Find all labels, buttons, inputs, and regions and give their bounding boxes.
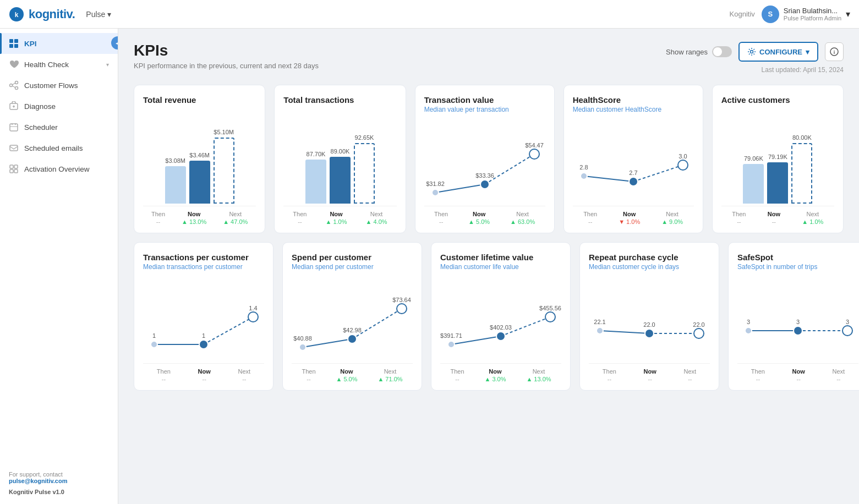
grid-icon: [9, 39, 19, 48]
kpi-chart-active-customers: 79.06K 79.19K 80.00K: [721, 106, 834, 206]
kpi-title-customer-lifetime-value: Customer lifetime value: [440, 253, 561, 262]
support-text: For support, contact: [9, 471, 63, 478]
svg-point-6: [10, 84, 13, 87]
kpi-card-safespot: SafeSpot SafeSpot in number of trips 333…: [728, 242, 859, 391]
svg-text:22.0: 22.0: [643, 321, 655, 328]
kpi-title-transaction-value: Transaction value: [424, 95, 545, 105]
sidebar-item-customer-flows[interactable]: Customer Flows: [0, 75, 118, 96]
svg-point-7: [15, 81, 18, 84]
org-label: Kognitiv: [730, 10, 755, 18]
svg-point-55: [545, 312, 555, 322]
kpi-chart-transactions-per-customer: 111.4: [143, 275, 264, 363]
svg-point-33: [581, 173, 587, 179]
svg-point-39: [151, 341, 157, 348]
svg-text:1.4: 1.4: [249, 305, 257, 311]
diagnose-icon: [9, 101, 19, 111]
product-label[interactable]: Pulse: [86, 10, 111, 19]
kpi-chart-transaction-value: $31.82$33.36$54.47: [424, 118, 545, 206]
svg-text:k: k: [15, 11, 19, 19]
page-title: KPIs: [134, 42, 319, 59]
kpi-chart-safespot: 333: [737, 275, 858, 363]
svg-point-43: [248, 312, 258, 322]
svg-point-23: [751, 51, 753, 53]
info-icon: i: [830, 47, 839, 56]
kpi-title-active-customers: Active customers: [721, 95, 834, 105]
activation-icon: [9, 164, 19, 174]
configure-chevron-icon: [806, 48, 809, 56]
sidebar-nav: KPI Health Check Customer Flows: [0, 29, 118, 184]
kpi-row-1: Transactions per customer Median transac…: [134, 242, 844, 391]
gear-icon: [747, 47, 756, 56]
svg-rect-21: [10, 169, 13, 173]
kpi-subtitle-repeat-purchase-cycle: Median customer cycle in days: [589, 263, 710, 271]
kpi-title-total-revenue: Total revenue: [143, 95, 256, 105]
kpi-subtitle-spend-per-customer: Median spend per customer: [292, 263, 413, 271]
svg-rect-3: [14, 39, 18, 43]
show-ranges-toggle[interactable]: [712, 46, 732, 57]
flows-icon: [9, 80, 19, 90]
svg-line-10: [13, 86, 15, 87]
svg-text:22.1: 22.1: [594, 319, 605, 325]
page-header: KPIs KPI performance in the previous, cu…: [134, 42, 844, 74]
sidebar-item-kpi[interactable]: KPI: [0, 33, 118, 54]
sidebar-item-diagnose[interactable]: Diagnose: [0, 96, 118, 117]
svg-point-45: [299, 344, 306, 350]
product-chevron-icon: [107, 10, 111, 19]
sidebar-kpi-label: KPI: [24, 40, 37, 48]
sidebar-customer-flows-label: Customer Flows: [24, 81, 78, 90]
svg-text:i: i: [834, 50, 835, 55]
info-button[interactable]: i: [825, 42, 844, 61]
last-updated: Last updated: April 15, 2024: [762, 66, 844, 74]
sidebar-item-scheduler[interactable]: Scheduler: [0, 117, 118, 138]
user-name: Srian Bulathsin...: [784, 7, 841, 15]
configure-label: CONFIGURE: [759, 48, 802, 56]
svg-rect-22: [14, 169, 18, 173]
svg-text:3.0: 3.0: [679, 153, 687, 160]
svg-text:$402.03: $402.03: [490, 324, 512, 331]
heart-icon: [9, 59, 19, 69]
email-icon: [9, 143, 19, 153]
svg-point-57: [597, 327, 603, 334]
svg-point-37: [678, 160, 688, 170]
svg-rect-20: [14, 165, 18, 168]
kpi-card-repeat-purchase-cycle: Repeat purchase cycle Median customer cy…: [579, 242, 719, 391]
version-label: Kognitiv Pulse v1.0: [9, 489, 109, 495]
svg-point-51: [448, 341, 455, 348]
sidebar-item-scheduled-emails[interactable]: Scheduled emails: [0, 138, 118, 158]
toggle-knob: [713, 47, 722, 56]
logo[interactable]: k kognitiv.: [9, 7, 75, 22]
svg-text:$391.71: $391.71: [440, 332, 462, 339]
kpi-chart-spend-per-customer: $40.88$42.98$73.64: [292, 275, 413, 363]
svg-text:$455.56: $455.56: [539, 305, 561, 311]
svg-rect-14: [10, 124, 18, 131]
kpi-chart-healthscore: 2.82.73.0: [573, 118, 694, 206]
svg-point-35: [629, 177, 638, 186]
svg-text:3: 3: [796, 319, 800, 325]
svg-point-61: [694, 328, 704, 338]
svg-text:2.8: 2.8: [579, 164, 588, 171]
svg-text:$73.64: $73.64: [392, 297, 411, 303]
kpi-chart-total-transactions: 87.70K 89.00K 92.65K: [283, 106, 396, 206]
sidebar-item-activation-overview[interactable]: Activation Overview: [0, 158, 118, 179]
configure-button[interactable]: CONFIGURE: [738, 42, 818, 62]
svg-text:$31.82: $31.82: [426, 180, 445, 187]
svg-point-31: [529, 149, 539, 159]
support-email-link[interactable]: pulse@kognitiv.com: [9, 478, 67, 484]
svg-rect-2: [9, 39, 13, 43]
svg-point-49: [397, 304, 407, 314]
avatar: S: [762, 6, 779, 23]
kpi-subtitle-transactions-per-customer: Median transactions per customer: [143, 263, 264, 271]
svg-text:1: 1: [202, 332, 205, 339]
user-menu[interactable]: S Srian Bulathsin... Pulse Platform Admi…: [762, 6, 850, 23]
sidebar-item-health-check[interactable]: Health Check: [0, 54, 118, 75]
svg-text:$42.98: $42.98: [343, 327, 362, 333]
kognitiv-logo-icon: k: [9, 7, 24, 22]
sidebar-scheduled-emails-label: Scheduled emails: [24, 144, 83, 152]
svg-rect-19: [10, 165, 13, 168]
user-chevron-icon: [846, 9, 850, 19]
svg-point-47: [348, 335, 357, 343]
show-ranges-control: Show ranges: [666, 46, 732, 57]
svg-point-29: [480, 180, 489, 189]
kpi-subtitle-transaction-value: Median value per transaction: [424, 106, 545, 113]
kpi-subtitle-healthscore: Median customer HealthScore: [573, 106, 694, 113]
